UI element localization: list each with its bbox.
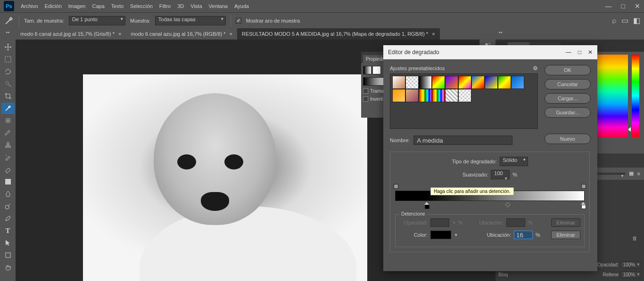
path-select-tool[interactable] <box>1 237 15 249</box>
workspace-icon[interactable]: ▭ <box>621 16 628 25</box>
shape-tool[interactable] <box>1 249 15 261</box>
preset-swatch[interactable] <box>392 76 405 89</box>
document-canvas <box>83 74 367 281</box>
dialog-titlebar[interactable]: Editor de degradado — □ ✕ <box>383 45 597 59</box>
opacity-stop[interactable] <box>581 184 586 189</box>
mask-icon <box>372 66 381 74</box>
color-stop[interactable] <box>581 202 586 209</box>
close-icon[interactable]: ✕ <box>635 2 640 10</box>
type-tool[interactable]: T <box>1 225 15 236</box>
list-view-icon[interactable]: ≡ <box>637 171 640 177</box>
fill-select[interactable]: 100% <box>620 271 641 278</box>
name-label: Nombre: <box>390 137 410 143</box>
save-button[interactable]: Guardar... <box>545 107 591 118</box>
type-select[interactable]: Sólido <box>500 157 528 166</box>
dither-checkbox[interactable] <box>363 88 368 94</box>
load-button[interactable]: Cargar... <box>545 93 591 104</box>
preset-swatch[interactable] <box>405 76 419 89</box>
hue-slider[interactable] <box>632 55 639 137</box>
chevron-down-icon[interactable]: ▾ <box>455 233 457 237</box>
preset-swatch[interactable] <box>405 89 419 102</box>
preset-swatch[interactable] <box>471 76 485 89</box>
hand-tool[interactable] <box>1 262 15 273</box>
minimize-icon[interactable]: — <box>605 2 612 10</box>
menu-filtro[interactable]: Filtro <box>159 3 171 9</box>
image-content <box>201 192 229 211</box>
ok-button[interactable]: OK <box>545 65 591 75</box>
dodge-tool[interactable] <box>1 201 15 212</box>
dialog-maximize-icon[interactable]: □ <box>578 49 581 56</box>
search-icon[interactable]: ⌕ <box>612 16 617 25</box>
crop-tool[interactable] <box>1 90 15 102</box>
menu-bar: Ps Archivo Edición Imagen Capa Texto Sel… <box>0 0 644 12</box>
menu-edicion[interactable]: Edición <box>45 3 62 9</box>
document-tab[interactable]: modo 6 canal azu.jpg al 16,7% (RGB/8) * … <box>126 28 237 40</box>
healing-tool[interactable] <box>1 115 15 126</box>
lasso-tool[interactable] <box>1 66 15 77</box>
marquee-tool[interactable] <box>1 54 15 65</box>
preset-swatch[interactable] <box>432 89 445 102</box>
grid-view-icon[interactable]: ▦ <box>629 170 634 177</box>
smooth-input[interactable]: 100 <box>491 170 510 179</box>
history-brush-tool[interactable] <box>1 152 15 163</box>
name-input[interactable] <box>413 136 512 145</box>
sample-size-select[interactable]: De 1 punto <box>69 16 125 25</box>
gradient-tool[interactable] <box>1 176 15 187</box>
menu-seleccion[interactable]: Selección <box>130 3 153 9</box>
blur-tool[interactable] <box>1 188 15 200</box>
toolbox-collapse-icon[interactable]: ▸▸ <box>0 28 16 40</box>
menu-vista[interactable]: Vista <box>190 3 202 9</box>
new-button[interactable]: Nuevo <box>545 134 591 144</box>
preset-swatch[interactable] <box>511 76 524 89</box>
preset-swatch[interactable] <box>498 76 511 89</box>
gear-icon[interactable]: ⚙ <box>533 65 538 72</box>
menu-texto[interactable]: Texto <box>111 3 124 9</box>
cancel-button[interactable]: Cancelar <box>545 79 591 89</box>
maximize-icon[interactable]: □ <box>621 2 625 10</box>
preset-swatch[interactable] <box>445 76 458 89</box>
opacity-select[interactable]: 100% <box>620 261 641 268</box>
menu-imagen[interactable]: Imagen <box>68 3 86 9</box>
color-stop[interactable] <box>424 202 430 209</box>
menu-archivo[interactable]: Archivo <box>21 3 38 9</box>
dialog-close-icon[interactable]: ✕ <box>588 49 593 56</box>
menu-capa[interactable]: Capa <box>92 3 104 9</box>
eyedropper-tool[interactable] <box>1 103 15 114</box>
color-chip[interactable] <box>430 231 451 239</box>
reverse-checkbox[interactable] <box>363 96 368 102</box>
menu-ventana[interactable]: Ventana <box>209 3 228 9</box>
menu-3d[interactable]: 3D <box>177 3 184 9</box>
delete-button[interactable]: Eliminar <box>551 231 580 239</box>
panel-collapse-icon[interactable]: ◂◂ <box>495 28 644 40</box>
document-tab[interactable]: RESULTADO MODO 5 A MEDIDA.jpg al 16,7% (… <box>237 28 440 40</box>
show-ring-checkbox[interactable] <box>236 18 241 24</box>
opacity-stop[interactable] <box>394 184 398 189</box>
location-input[interactable] <box>514 231 533 239</box>
menu-ayuda[interactable]: Ayuda <box>234 3 249 9</box>
gradient-preview[interactable] <box>363 77 386 86</box>
move-tool[interactable] <box>1 41 15 53</box>
eraser-tool[interactable] <box>1 164 15 175</box>
preset-swatch[interactable] <box>419 89 432 102</box>
trash-icon[interactable]: 🗑 <box>632 235 637 241</box>
quick-select-tool[interactable] <box>1 78 15 89</box>
preset-swatch[interactable] <box>445 89 458 102</box>
tab-close-icon[interactable]: × <box>432 31 435 37</box>
tab-close-icon[interactable]: × <box>118 31 121 37</box>
preset-swatch[interactable] <box>458 76 471 89</box>
preset-swatch[interactable] <box>392 89 405 102</box>
preset-swatch[interactable] <box>485 76 498 89</box>
midpoint-handle[interactable] <box>505 202 510 207</box>
document-tab[interactable]: modo 6 canal azul.jpg al 15,7% (Gris/8) … <box>16 28 126 40</box>
dialog-minimize-icon[interactable]: — <box>566 49 571 56</box>
pct-label: % <box>512 172 517 177</box>
sample-layers-select[interactable]: Todas las capas <box>155 16 226 25</box>
preset-swatch[interactable] <box>458 89 471 102</box>
screen-mode-icon[interactable]: ◧ <box>633 16 640 25</box>
pen-tool[interactable] <box>1 213 15 224</box>
stamp-tool[interactable] <box>1 139 15 151</box>
preset-swatch[interactable] <box>432 76 445 89</box>
brush-tool[interactable] <box>1 127 15 138</box>
preset-swatch[interactable] <box>419 76 432 89</box>
tab-close-icon[interactable]: × <box>230 31 232 37</box>
